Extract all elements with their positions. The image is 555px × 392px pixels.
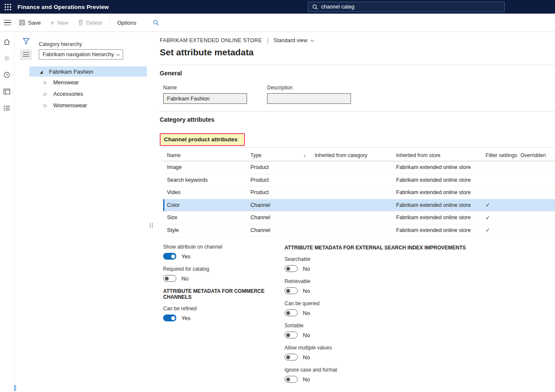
sort-descending-icon[interactable]: ↓: [303, 152, 315, 158]
can-be-refined-toggle[interactable]: [163, 315, 176, 321]
tree-collapsed-icon[interactable]: ▷: [44, 92, 53, 96]
save-icon: [19, 20, 25, 26]
ignore-case-and-format-toggle[interactable]: [285, 376, 298, 383]
app-launcher-icon: [5, 4, 11, 10]
toolbar-divider: [109, 17, 110, 28]
cell-name: Video: [163, 189, 250, 195]
toggle-value: No: [303, 266, 310, 272]
name-input[interactable]: [163, 93, 247, 104]
field-allow-multiple-values: Allow multiple values No: [285, 345, 555, 361]
hierarchy-value: Fabrikam navigation hierarchy: [43, 52, 114, 57]
favorites-star-icon[interactable]: ☆: [2, 53, 12, 63]
col-header-filter-settings[interactable]: Filter settings: [483, 152, 520, 158]
table-row-size[interactable]: Size Channel Fabrikam extended online st…: [163, 212, 555, 224]
tab-channel-product-attributes[interactable]: Channel product attributes: [160, 133, 245, 146]
scrollbar-thumb[interactable]: [14, 385, 16, 391]
tree-collapsed-icon[interactable]: ▷: [44, 80, 53, 85]
hierarchy-dropdown[interactable]: Fabrikam navigation hierarchy: [39, 49, 123, 60]
name-field: Name: [163, 85, 247, 104]
col-header-inherited-category[interactable]: Inherited from category: [315, 152, 396, 158]
allow-multiple-values-toggle[interactable]: [285, 354, 298, 361]
searchable-toggle[interactable]: [285, 265, 298, 272]
list-view-icon: [23, 52, 29, 57]
global-search-box[interactable]: [308, 2, 505, 12]
cell-inherited-store: Fabrikam extended online store: [396, 202, 483, 208]
tree-collapsed-icon[interactable]: ▷: [44, 103, 53, 108]
cell-type: Channel: [250, 215, 303, 220]
tree-item-womenswear[interactable]: ▷ Womenswear: [29, 100, 147, 111]
new-button[interactable]: + New: [46, 14, 73, 31]
form-search-button[interactable]: [147, 14, 165, 31]
tree-item-menswear[interactable]: ▷ Menswear: [29, 77, 147, 88]
filter-button[interactable]: [23, 37, 33, 45]
details-left-column: Show attribute on channel Yes Required f…: [163, 244, 285, 389]
search-icon: [312, 4, 318, 10]
nav-menu-button[interactable]: [0, 14, 14, 31]
required-for-catalog-toggle[interactable]: [163, 275, 176, 282]
modules-list-icon[interactable]: [2, 103, 12, 113]
name-label: Name: [163, 85, 247, 91]
chevron-down-icon: [310, 38, 313, 41]
section-header-category-attributes[interactable]: Category attributes: [160, 112, 555, 123]
cell-inherited-store: Fabrikam extended online store: [396, 189, 483, 195]
field-label: Sortable: [285, 323, 555, 329]
view-selector[interactable]: Standard view: [273, 37, 313, 43]
table-row-style[interactable]: Style Channel Fabrikam extended online s…: [163, 224, 555, 237]
col-header-type[interactable]: Type: [250, 152, 303, 158]
workspaces-icon[interactable]: [2, 86, 12, 97]
delete-button[interactable]: Delete: [73, 14, 107, 31]
can-be-queried-toggle[interactable]: [285, 309, 298, 316]
app-launcher-button[interactable]: [0, 0, 15, 14]
col-header-overridden[interactable]: Overridden: [520, 152, 555, 158]
cell-type: Product: [250, 164, 303, 170]
description-label: Description: [267, 85, 351, 91]
toggle-value: Yes: [181, 315, 190, 321]
section-header-general[interactable]: General: [160, 65, 555, 77]
home-icon[interactable]: [2, 37, 12, 47]
list-view-button[interactable]: [20, 49, 32, 60]
plus-icon: +: [50, 19, 55, 26]
tree-children: ▷ Menswear ▷ Accessories ▷ Womenswear: [29, 77, 147, 111]
cell-name: Size: [163, 215, 250, 220]
category-hierarchy-panel: Category hierarchy Fabrikam navigation h…: [14, 32, 147, 392]
chevron-down-icon: [116, 52, 120, 55]
cell-inherited-store: Fabrikam extended online store: [396, 177, 483, 183]
panel-header: Category hierarchy Fabrikam navigation h…: [19, 36, 147, 60]
save-button[interactable]: Save: [14, 14, 46, 31]
tree-expanded-icon[interactable]: ◢: [40, 69, 49, 74]
tree-item-accessories[interactable]: ▷ Accessories: [29, 88, 147, 100]
table-row-image[interactable]: Image Product Fabrikam extended online s…: [163, 161, 555, 174]
toggle-value: No: [303, 376, 310, 383]
delete-label: Delete: [86, 20, 103, 26]
options-button[interactable]: Options: [112, 14, 141, 31]
global-search-input[interactable]: [321, 4, 500, 10]
save-label: Save: [28, 20, 41, 26]
cell-type: Product: [250, 189, 303, 195]
general-fields: Name Description: [163, 85, 555, 104]
show-attribute-toggle[interactable]: [163, 253, 176, 260]
table-row-search-keywords[interactable]: Search keywords Product Fabrikam extende…: [163, 174, 555, 187]
splitter-grip-icon: [150, 223, 152, 228]
table-row-color-selected[interactable]: Color Channel Fabrikam extended online s…: [163, 199, 555, 212]
sortable-toggle[interactable]: [285, 332, 298, 338]
tree-item-fabrikam-fashion[interactable]: ◢ Fabrikam Fashion: [29, 66, 147, 77]
description-input[interactable]: [267, 93, 351, 104]
breadcrumb-separator: |: [267, 37, 268, 43]
panel-splitter[interactable]: [147, 32, 160, 392]
field-required-for-catalog: Required for catalog No: [163, 266, 285, 282]
cell-inherited-store: Fabrikam extended online store: [396, 227, 483, 233]
form-search-icon: [153, 20, 159, 26]
cell-name: Search keywords: [163, 177, 250, 183]
field-can-be-queried: Can be queried No: [285, 300, 555, 316]
nav-rail: ☆: [0, 32, 14, 392]
category-tree: ◢ Fabrikam Fashion ▷ Menswear ▷ Accessor…: [29, 66, 147, 111]
breadcrumb-store-link[interactable]: FABRIKAM EXTENDED ONLINE STORE: [160, 37, 262, 43]
retrievable-toggle[interactable]: [285, 287, 298, 294]
col-header-inherited-store[interactable]: Inherited from store: [396, 152, 483, 158]
cell-filter-settings-check: ✓: [483, 202, 520, 208]
col-header-name[interactable]: Name: [163, 152, 250, 158]
topbar: Finance and Operations Preview: [0, 0, 555, 14]
funnel-icon: [23, 38, 30, 44]
table-row-video[interactable]: Video Product Fabrikam extended online s…: [163, 186, 555, 199]
recent-clock-icon[interactable]: [2, 70, 12, 80]
